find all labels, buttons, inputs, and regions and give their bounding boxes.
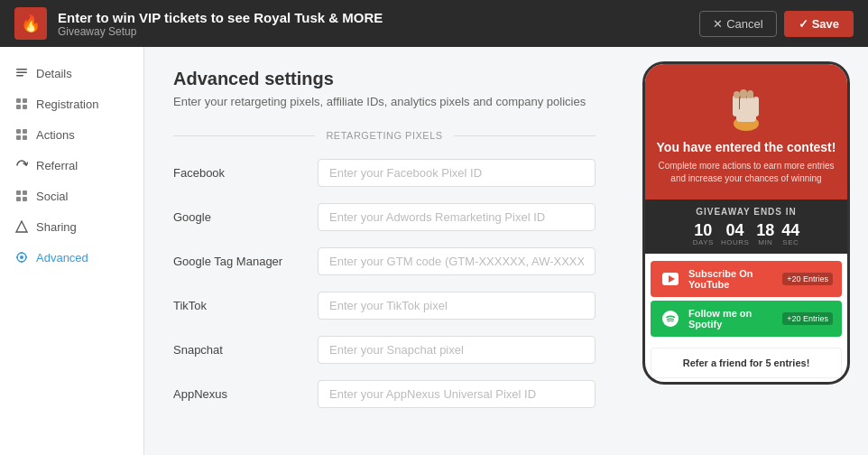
sharing-icon — [14, 219, 29, 234]
save-button[interactable]: ✓ Save — [784, 11, 854, 37]
contest-sub-text: Complete more actions to earn more entri… — [656, 160, 836, 185]
actions-icon — [14, 127, 29, 142]
field-input-google-tag-manager[interactable] — [318, 247, 596, 275]
countdown-unit-min: 18MIN — [756, 222, 774, 246]
form-row-snapchat: Snapchat — [173, 336, 596, 364]
svg-rect-9 — [16, 135, 21, 140]
form-row-facebook: Facebook — [173, 159, 596, 187]
form-row-google-tag-manager: Google Tag Manager — [173, 247, 596, 275]
sidebar-item-label-details: Details — [36, 67, 72, 80]
referral-icon — [14, 158, 29, 172]
save-label: Save — [812, 17, 839, 31]
page-title: Advanced settings — [173, 69, 596, 89]
field-label-google-tag-manager: Google Tag Manager — [173, 247, 318, 268]
sidebar-item-details[interactable]: Details — [0, 58, 143, 88]
giveaway-subtitle: Giveaway Setup — [58, 25, 699, 38]
main-layout: DetailsRegistrationActionsReferralSocial… — [0, 47, 868, 455]
sidebar-item-label-sharing: Sharing — [36, 220, 77, 234]
svg-rect-8 — [23, 129, 27, 134]
field-input-google[interactable] — [318, 203, 596, 231]
sidebar-item-advanced[interactable]: Advanced — [0, 242, 143, 273]
svg-rect-28 — [734, 91, 740, 98]
cancel-button[interactable]: ✕ Cancel — [699, 11, 776, 37]
field-input-tiktok[interactable] — [318, 292, 596, 320]
phone-screen: You have entered the contest! Complete m… — [645, 64, 847, 382]
spotify-icon — [660, 308, 681, 330]
svg-rect-11 — [16, 190, 21, 195]
sidebar-item-label-registration: Registration — [36, 98, 98, 111]
svg-rect-13 — [16, 197, 21, 201]
svg-rect-1 — [16, 72, 27, 74]
action-entries-spotify: +20 Entries — [782, 312, 833, 325]
svg-rect-7 — [16, 129, 21, 134]
sidebar-item-referral[interactable]: Referral — [0, 150, 143, 181]
form-row-google: Google — [173, 203, 596, 231]
app-logo: 🔥 — [14, 7, 47, 40]
logo-icon: 🔥 — [21, 14, 41, 33]
svg-rect-30 — [747, 90, 753, 98]
svg-rect-5 — [16, 105, 21, 109]
sidebar-item-label-advanced: Advanced — [36, 251, 88, 265]
countdown-num-sec: 44 — [781, 222, 799, 238]
advanced-icon — [14, 250, 29, 265]
countdown-label: GIVEAWAY ENDS IN — [656, 207, 836, 217]
header-actions: ✕ Cancel ✓ Save — [699, 11, 854, 37]
svg-point-16 — [20, 255, 23, 259]
sidebar-item-actions[interactable]: Actions — [0, 119, 143, 150]
countdown-num-days: 10 — [694, 222, 712, 238]
svg-rect-2 — [16, 75, 23, 77]
action-text-youtube: Subscribe On YouTube — [688, 268, 782, 290]
contest-entered-text: You have entered the contest! — [657, 140, 836, 154]
countdown-bar: GIVEAWAY ENDS IN 10DAYS04HOURS18MIN44SEC — [645, 200, 847, 254]
action-entries-youtube: +20 Entries — [782, 273, 833, 285]
contest-image — [719, 79, 773, 133]
field-label-google: Google — [173, 203, 318, 224]
countdown-label-hours: HOURS — [721, 238, 749, 246]
sidebar-item-sharing[interactable]: Sharing — [0, 211, 143, 242]
registration-icon — [14, 97, 29, 111]
sidebar-item-label-referral: Referral — [36, 159, 78, 172]
referral-bar: Refer a friend for 5 entries! — [651, 348, 842, 378]
svg-rect-6 — [23, 105, 27, 109]
section-label: RETARGETING PIXELS — [315, 130, 453, 141]
referral-text: Refer a friend for 5 entries! — [660, 358, 832, 368]
preview-actions: Subscribe On YouTube+20 EntriesFollow me… — [645, 254, 847, 344]
details-icon — [14, 66, 29, 80]
sidebar-item-social[interactable]: Social — [0, 181, 143, 211]
svg-rect-4 — [23, 98, 27, 103]
contest-header: You have entered the contest! Complete m… — [645, 64, 847, 200]
form-fields: FacebookGoogleGoogle Tag ManagerTikTokSn… — [173, 159, 596, 408]
action-text-spotify: Follow me on Spotify — [688, 308, 782, 330]
countdown-num-min: 18 — [756, 222, 774, 238]
phone-mockup: You have entered the contest! Complete m… — [642, 61, 850, 385]
giveaway-title: Enter to win VIP tickets to see Royal Tu… — [58, 10, 699, 25]
countdown-unit-sec: 44SEC — [781, 222, 799, 246]
retargeting-divider: RETARGETING PIXELS — [173, 130, 596, 141]
countdown-label-sec: SEC — [782, 238, 799, 246]
countdown-label-days: DAYS — [693, 238, 714, 246]
svg-rect-12 — [23, 190, 27, 195]
header-title-block: Enter to win VIP tickets to see Royal Tu… — [58, 10, 699, 38]
field-input-appnexus[interactable] — [318, 380, 596, 408]
app-header: 🔥 Enter to win VIP tickets to see Royal … — [0, 0, 868, 47]
field-input-snapchat[interactable] — [318, 336, 596, 364]
svg-rect-14 — [23, 197, 27, 201]
countdown-num-hours: 04 — [726, 222, 744, 238]
sidebar-item-label-actions: Actions — [36, 128, 75, 142]
action-row-youtube[interactable]: Subscribe On YouTube+20 Entries — [651, 261, 842, 297]
svg-rect-0 — [16, 69, 27, 70]
field-label-snapchat: Snapchat — [173, 336, 318, 357]
action-row-spotify[interactable]: Follow me on Spotify+20 Entries — [651, 301, 842, 337]
sidebar: DetailsRegistrationActionsReferralSocial… — [0, 47, 144, 455]
countdown-unit-days: 10DAYS — [693, 222, 714, 246]
save-check-icon: ✓ — [799, 17, 808, 31]
svg-rect-3 — [16, 98, 21, 103]
sidebar-item-label-social: Social — [36, 190, 68, 203]
page-description: Enter your retargeting pixels, affiliate… — [173, 95, 596, 108]
field-label-tiktok: TikTok — [173, 292, 318, 312]
field-label-appnexus: AppNexus — [173, 380, 318, 401]
svg-rect-29 — [740, 89, 747, 98]
svg-rect-10 — [23, 135, 27, 140]
field-input-facebook[interactable] — [318, 159, 596, 187]
sidebar-item-registration[interactable]: Registration — [0, 88, 143, 119]
